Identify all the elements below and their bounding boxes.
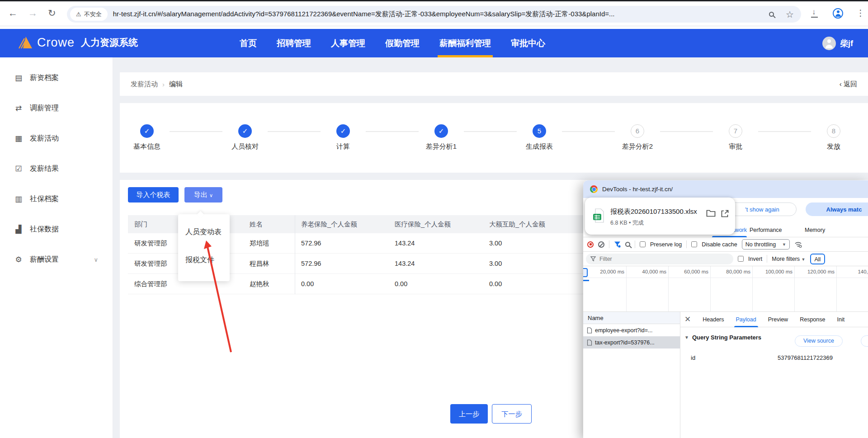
breadcrumb-parent[interactable]: 发薪活动: [131, 80, 158, 89]
import-tax-button[interactable]: 导入个税表: [128, 187, 179, 203]
preserve-log-checkbox[interactable]: [640, 241, 646, 247]
sidebar-item-salary-archive[interactable]: ▤ 薪资档案: [0, 63, 113, 93]
requests-name-header[interactable]: Name: [583, 312, 680, 324]
steps-bar: ✓ 基本信息 ✓ 人员核对 ✓ 计算 ✓ 差异分析1 5 生成报表 6 差异分析…: [120, 103, 868, 173]
filter-funnel-icon[interactable]: [614, 241, 621, 248]
overview-window-handle[interactable]: [583, 268, 588, 277]
filter-all-chip[interactable]: All: [810, 254, 826, 264]
export-button[interactable]: 导出 ∨: [184, 187, 222, 203]
security-label: 不安全: [84, 10, 102, 19]
show-in-folder-icon[interactable]: [706, 209, 716, 217]
user-area[interactable]: 柴jf: [822, 29, 853, 57]
close-icon[interactable]: ✕: [684, 315, 691, 324]
menu-dots-icon[interactable]: ⋮: [856, 8, 865, 18]
disable-cache-checkbox[interactable]: [691, 241, 697, 247]
search-icon[interactable]: [625, 242, 630, 247]
sidebar-item-pay-activity[interactable]: ▦ 发薪活动: [0, 123, 113, 154]
nav-item-hr[interactable]: 人事管理: [331, 29, 365, 57]
sidebar-item-social-archive[interactable]: ▥ 社保档案: [0, 184, 113, 214]
throttling-value: No throttling: [745, 241, 776, 248]
record-icon[interactable]: [587, 241, 594, 248]
param-value: 53797681121722369: [778, 354, 833, 361]
back-icon[interactable]: ←: [8, 8, 18, 19]
download-filename: 报税表20260107133500.xlsx: [610, 207, 697, 216]
tab-headers[interactable]: Headers: [703, 312, 724, 327]
view-source-button[interactable]: View source: [795, 335, 843, 347]
throttling-select[interactable]: No throttling ▼: [742, 239, 790, 250]
prev-step-button[interactable]: 上一步: [450, 404, 488, 424]
sidebar-item-social-data[interactable]: ▟ 社保数据: [0, 214, 113, 245]
zoom-icon[interactable]: [769, 12, 774, 17]
clipboard-icon: ▦: [14, 134, 24, 143]
cell-name: 赵艳秋: [243, 280, 295, 288]
browser-toolbar: ← → ↻ ⚠ 不安全 ☆ ↓ ⋮: [0, 1, 868, 26]
network-conditions-icon[interactable]: [794, 241, 802, 248]
more-filters-button[interactable]: More filters ▼: [772, 256, 805, 262]
address-bar[interactable]: ⚠ 不安全 ☆: [67, 6, 801, 23]
sidebar-item-salary-adjust[interactable]: ⇄ 调薪管理: [0, 93, 113, 123]
filter-input[interactable]: [599, 256, 712, 262]
cell-pension: 572.96: [295, 260, 388, 267]
menu-item-tax-file[interactable]: 报税文件: [178, 246, 230, 274]
always-match-button[interactable]: Always matc: [806, 203, 868, 216]
open-in-new-icon[interactable]: [721, 209, 729, 218]
timeline-gridline: [794, 266, 795, 312]
next-step-button[interactable]: 下一步: [492, 404, 532, 424]
tab-payload[interactable]: Payload: [736, 312, 756, 327]
nav-item-approval[interactable]: 审批中心: [511, 29, 545, 57]
profile-icon[interactable]: [833, 8, 843, 19]
step-label: 生成报表: [501, 142, 578, 151]
check-icon: ✓: [242, 127, 248, 135]
downloads-icon[interactable]: ↓: [811, 9, 819, 18]
clear-icon[interactable]: [598, 241, 604, 248]
query-string-section[interactable]: ▼ Query String Parameters: [684, 334, 761, 341]
menu-item-personnel-change[interactable]: 人员变动表: [178, 218, 230, 246]
nav-item-recruit[interactable]: 招聘管理: [277, 29, 311, 57]
forward-icon[interactable]: →: [28, 8, 38, 19]
step-5[interactable]: 5 生成报表: [501, 124, 578, 151]
tab-performance[interactable]: Performance: [750, 227, 782, 233]
step-1[interactable]: ✓ 基本信息: [108, 124, 185, 151]
cell-mutual-aid: 3.00: [483, 260, 576, 267]
overview-selection-marker: [583, 280, 589, 281]
brand-logo: Crowe 人力资源系统: [18, 35, 138, 50]
step-label: 审批: [697, 142, 774, 151]
step-8[interactable]: 8 发放: [795, 124, 868, 151]
step-4[interactable]: ✓ 差异分析1: [403, 124, 480, 151]
tab-initiator[interactable]: Init: [837, 312, 844, 327]
step-3[interactable]: ✓ 计算: [305, 124, 382, 151]
tab-memory[interactable]: Memory: [805, 227, 825, 233]
sidebar-item-label: 调薪管理: [30, 104, 59, 113]
timeline-gridline: [668, 266, 669, 312]
sidebar-item-salary-settings[interactable]: ⚙ 薪酬设置 ∨: [0, 245, 113, 275]
dont-show-again-button[interactable]: 't show again: [728, 203, 797, 216]
devtools-titlebar[interactable]: DevTools - hr-test.zjf-it.cn/: [583, 180, 868, 198]
request-row-tax-export[interactable]: tax-export?id=537976...: [583, 336, 680, 349]
tab-response[interactable]: Response: [800, 312, 825, 327]
tab-preview[interactable]: Preview: [768, 312, 788, 327]
filter-input-wrap[interactable]: [586, 254, 733, 264]
cell-name: 程昌林: [243, 259, 295, 268]
request-row-employee-export[interactable]: employee-export?id=...: [583, 324, 680, 336]
invert-checkbox[interactable]: [738, 256, 744, 262]
back-button[interactable]: ‹ 返回: [840, 80, 857, 89]
security-chip[interactable]: ⚠ 不安全: [70, 8, 108, 21]
nav-item-home[interactable]: 首页: [240, 29, 257, 57]
nav-item-salary[interactable]: 薪酬福利管理: [439, 29, 491, 57]
url-input[interactable]: [113, 10, 769, 18]
sidebar-item-pay-result[interactable]: ☑ 发薪结果: [0, 154, 113, 184]
timeline-tick: 20,000 ms: [585, 269, 624, 274]
sidebar-item-label: 发薪活动: [30, 134, 59, 143]
app-navbar: Crowe 人力资源系统 首页 招聘管理 人事管理 假勤管理 薪酬福利管理 审批…: [0, 29, 868, 57]
bookmark-star-icon[interactable]: ☆: [786, 9, 794, 20]
timeline-gridline: [752, 266, 753, 312]
breadcrumb-current: 编辑: [169, 80, 183, 89]
divider: [635, 240, 635, 248]
step-6[interactable]: 6 差异分析2: [599, 124, 676, 151]
nav-item-attendance[interactable]: 假勤管理: [385, 29, 420, 57]
step-2[interactable]: ✓ 人员核对: [207, 124, 283, 151]
step-7[interactable]: 7 审批: [697, 124, 774, 151]
view-url-encoded-button[interactable]: [861, 335, 868, 347]
download-bubble[interactable]: 报税表20260107133500.xlsx 6.8 KB • 完成: [585, 198, 735, 235]
reload-icon[interactable]: ↻: [48, 8, 56, 19]
